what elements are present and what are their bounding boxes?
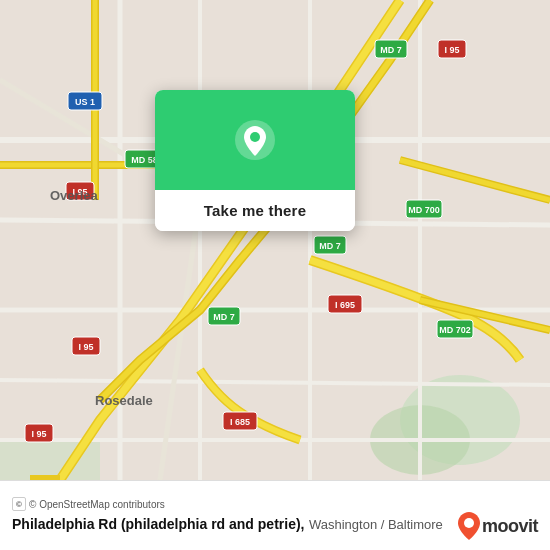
svg-text:I 95: I 95 xyxy=(31,429,46,439)
popup-header xyxy=(155,90,355,190)
svg-point-53 xyxy=(464,518,474,528)
osm-attribution: © © OpenStreetMap contributors xyxy=(12,497,538,511)
location-sub: Washington / Baltimore xyxy=(309,517,443,532)
svg-text:I 95: I 95 xyxy=(78,342,93,352)
osm-credit-text: © OpenStreetMap contributors xyxy=(29,499,165,510)
moovit-pin-icon xyxy=(458,512,480,540)
svg-text:MD 7: MD 7 xyxy=(380,45,402,55)
location-name: Philadelphia Rd (philadelphia rd and pet… xyxy=(12,516,304,532)
svg-text:US 1: US 1 xyxy=(75,97,95,107)
take-me-there-button[interactable]: Take me there xyxy=(155,190,355,231)
svg-text:I 695: I 695 xyxy=(335,300,355,310)
svg-text:I 95: I 95 xyxy=(444,45,459,55)
svg-text:MD 700: MD 700 xyxy=(408,205,440,215)
osm-logo: © xyxy=(12,497,26,511)
svg-text:MD 7: MD 7 xyxy=(213,312,235,322)
location-pin-icon xyxy=(233,118,277,162)
svg-text:MD 7: MD 7 xyxy=(319,241,341,251)
moovit-logo: moovit xyxy=(458,512,538,540)
svg-point-52 xyxy=(250,132,260,142)
map-area: US 1 MD 588 I 95 MD 7 MD 7 MD 7 I 95 I 9… xyxy=(0,0,550,480)
svg-text:Overlea: Overlea xyxy=(50,188,98,203)
moovit-brand-text: moovit xyxy=(482,516,538,537)
location-popup: Take me there xyxy=(155,90,355,231)
bottom-info-bar: © © OpenStreetMap contributors Philadelp… xyxy=(0,480,550,550)
svg-text:Rosedale: Rosedale xyxy=(95,393,153,408)
svg-text:I 685: I 685 xyxy=(230,417,250,427)
svg-text:MD 702: MD 702 xyxy=(439,325,471,335)
